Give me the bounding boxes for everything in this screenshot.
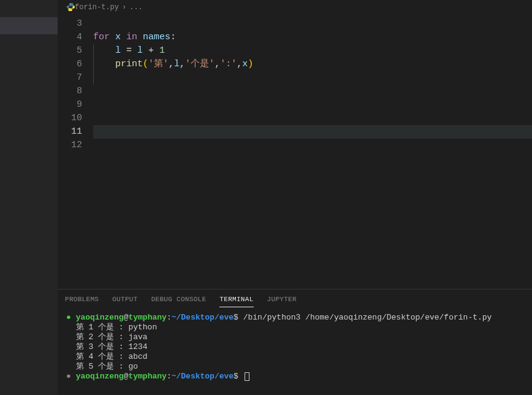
code-line[interactable] (93, 17, 532, 31)
python-file-icon (66, 3, 75, 12)
token (110, 32, 115, 42)
line-number: 11 (58, 125, 82, 139)
tab-problems[interactable]: PROBLEMS (65, 292, 99, 307)
line-number: 9 (58, 98, 82, 112)
token: ( (143, 59, 148, 69)
svg-point-0 (69, 4, 70, 4)
token: x (242, 59, 248, 69)
code-line[interactable] (93, 125, 532, 139)
line-number: 10 (58, 112, 82, 125)
terminal-user: yaoqinzeng (76, 372, 124, 381)
code-line[interactable] (93, 112, 532, 125)
token: = (121, 45, 137, 56)
code-content[interactable]: for x in names: l = l + 1 print('第',l,'个… (93, 15, 532, 289)
breadcrumb-filename[interactable]: forin-t.py (75, 3, 119, 12)
terminal-host: tymphany (128, 313, 166, 322)
chevron-right-icon: › (122, 3, 126, 12)
line-number-gutter: 3456789101112 (58, 15, 93, 289)
terminal-line: ● yaoqinzeng@tymphany:~/Desktop/eve$ (66, 372, 523, 382)
svg-point-1 (71, 10, 72, 10)
token: + (143, 45, 159, 56)
code-line[interactable]: l = l + 1 (93, 44, 532, 58)
token (93, 59, 115, 69)
tab-jupyter[interactable]: JUPYTER (267, 292, 297, 307)
indent-guide (93, 71, 94, 85)
terminal-cursor (245, 372, 249, 381)
terminal-user: yaoqinzeng (76, 313, 124, 322)
indent-guide (93, 44, 94, 58)
terminal-output-line: 第 2 个是 : java (66, 332, 523, 342)
line-number: 8 (58, 85, 82, 98)
status-dot-icon: ● (66, 313, 71, 322)
code-line[interactable]: for x in names: (93, 31, 532, 44)
line-number: 4 (58, 31, 82, 44)
token (93, 45, 115, 56)
token: l (137, 45, 143, 56)
terminal-output-line: 第 1 个是 : python (66, 323, 523, 332)
main-area: forin-t.py › ... 3456789101112 for x in … (58, 0, 532, 395)
terminal-line: ● yaoqinzeng@tymphany:~/Desktop/eve$ /bi… (66, 313, 523, 323)
code-line[interactable] (93, 71, 532, 85)
code-line[interactable]: print('第',l,'个是',':',x) (93, 58, 532, 71)
terminal-output[interactable]: ● yaoqinzeng@tymphany:~/Desktop/eve$ /bi… (58, 309, 532, 395)
token: names (143, 32, 170, 42)
line-number: 3 (58, 17, 82, 31)
activity-selected-item[interactable] (0, 17, 58, 34)
panel-tabs: PROBLEMS OUTPUT DEBUG CONSOLE TERMINAL J… (58, 290, 532, 309)
token (137, 32, 143, 42)
tab-debug-console[interactable]: DEBUG CONSOLE (151, 292, 207, 307)
terminal-path: ~/Desktop/eve (172, 313, 234, 322)
line-number: 5 (58, 44, 82, 58)
token: , (180, 59, 185, 69)
token: ) (248, 59, 253, 69)
indent-guide (93, 58, 94, 71)
terminal-path: ~/Desktop/eve (172, 372, 234, 381)
tab-terminal[interactable]: TERMINAL (219, 292, 253, 307)
terminal-command: /bin/python3 /home/yaoqinzeng/Desktop/ev… (243, 313, 492, 322)
token: print (115, 59, 143, 69)
breadcrumb-trail[interactable]: ... (129, 3, 143, 12)
terminal-host: tymphany (128, 372, 166, 381)
status-dot-icon: ● (66, 372, 71, 381)
terminal-output-line: 第 5 个是 : go (66, 362, 523, 372)
line-number: 12 (58, 139, 82, 152)
code-line[interactable] (93, 139, 532, 152)
token: 1 (159, 45, 165, 56)
breadcrumb[interactable]: forin-t.py › ... (58, 0, 532, 15)
token: , (237, 59, 242, 69)
token: , (169, 59, 174, 69)
code-line[interactable] (93, 85, 532, 98)
terminal-output-line: 第 4 个是 : abcd (66, 352, 523, 362)
line-number: 7 (58, 71, 82, 85)
token: ':' (220, 59, 237, 69)
line-number: 6 (58, 58, 82, 71)
bottom-panel: PROBLEMS OUTPUT DEBUG CONSOLE TERMINAL J… (58, 289, 532, 395)
token: '第' (148, 59, 169, 69)
token: in (126, 32, 137, 42)
token: '个是' (185, 59, 215, 69)
token: x (115, 32, 121, 42)
activity-bar (0, 0, 58, 395)
terminal-output-line: 第 3 个是 : 1234 (66, 342, 523, 352)
token: , (215, 59, 220, 69)
token: l (174, 59, 180, 69)
token: : (170, 32, 176, 42)
token (121, 32, 126, 42)
code-line[interactable] (93, 98, 532, 112)
tab-output[interactable]: OUTPUT (112, 292, 137, 307)
code-editor[interactable]: 3456789101112 for x in names: l = l + 1 … (58, 15, 532, 289)
token: l (115, 45, 121, 56)
token: for (93, 32, 110, 42)
